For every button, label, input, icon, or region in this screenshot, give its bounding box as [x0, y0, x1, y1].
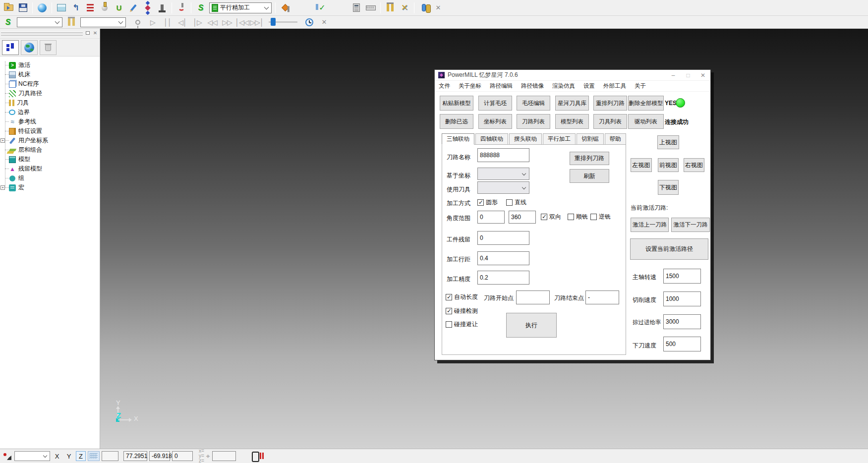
- axis-y-button[interactable]: Y: [64, 451, 74, 461]
- mode-line-checkbox[interactable]: 直线: [506, 198, 526, 207]
- angle-from-input[interactable]: [477, 211, 505, 224]
- rearrange-toolpaths-button[interactable]: 重排列刀路: [593, 96, 627, 111]
- axis-z-button[interactable]: Z: [76, 451, 86, 461]
- tool-combobox[interactable]: [477, 181, 529, 194]
- stock-input[interactable]: [477, 231, 529, 245]
- clock-icon[interactable]: [303, 16, 315, 28]
- close-panel-icon[interactable]: ✕: [92, 30, 98, 36]
- set-active-path-button[interactable]: 设置当前激活路径: [630, 238, 708, 260]
- sim-toolpath-combobox[interactable]: [17, 17, 62, 27]
- collision-check-icon[interactable]: [175, 2, 187, 14]
- checkbox-checked-icon[interactable]: [446, 308, 452, 314]
- cutting-input[interactable]: [663, 291, 701, 306]
- maximize-button[interactable]: □: [681, 70, 695, 80]
- go-end-icon[interactable]: ▷▷│: [251, 16, 263, 28]
- tool-holder-icon[interactable]: [156, 2, 168, 14]
- tolerance-input[interactable]: [477, 271, 529, 285]
- clipboard-pause-icon[interactable]: [252, 452, 265, 461]
- model-list-button[interactable]: 模型列表: [555, 114, 589, 129]
- menu-path-mirror[interactable]: 路径镜像: [521, 82, 544, 90]
- sim-tool-combobox[interactable]: [80, 17, 126, 27]
- tree-item-workplanes[interactable]: 用户坐标系: [0, 136, 100, 145]
- collision-avoid-checkbox[interactable]: 碰撞避让: [446, 320, 478, 329]
- globe-tab[interactable]: [21, 40, 38, 55]
- tab-parallel[interactable]: 平行加工: [543, 133, 576, 144]
- cut-icon[interactable]: [399, 2, 410, 14]
- end-point-input[interactable]: [585, 290, 619, 304]
- speed-slider[interactable]: [269, 21, 297, 23]
- tab-4axis[interactable]: 四轴联动: [475, 133, 508, 144]
- dialog-titlebar[interactable]: PowerMILL 忆梦星河 7.0.6 – □ ✕: [435, 70, 710, 81]
- menu-settings[interactable]: 设置: [583, 82, 595, 90]
- leads-links-icon[interactable]: [113, 2, 125, 14]
- create-points-icon[interactable]: [142, 2, 154, 14]
- activate-tool-icon[interactable]: [279, 2, 291, 14]
- tool-list-button[interactable]: 刀具列表: [593, 114, 627, 129]
- checkbox-icon[interactable]: [590, 214, 597, 220]
- activate-next-button[interactable]: 激活下一刀路: [671, 218, 710, 232]
- create-pattern-icon[interactable]: [127, 2, 139, 14]
- tool-library-button[interactable]: 星河刀具库: [555, 96, 589, 111]
- create-block-icon[interactable]: [56, 2, 67, 14]
- nc-cylinders-icon[interactable]: [418, 2, 430, 14]
- menu-coords[interactable]: 关于坐标: [459, 82, 481, 90]
- statistics-light-icon[interactable]: [132, 16, 144, 28]
- tree-item-toolpaths[interactable]: 刀具路径: [0, 89, 100, 98]
- calculator-icon[interactable]: [350, 2, 362, 14]
- panel-grip[interactable]: [1, 32, 83, 33]
- tree-item-boundaries[interactable]: 边界: [0, 108, 100, 117]
- expand-icon[interactable]: [0, 185, 5, 190]
- grid-toggle-icon[interactable]: [88, 451, 100, 461]
- fast-forward-icon[interactable]: ▷▷: [221, 16, 233, 28]
- mode-circle-checkbox[interactable]: 圆形: [477, 198, 498, 207]
- drive-list-button[interactable]: 驱动列表: [628, 114, 664, 129]
- go-start-icon[interactable]: │◁◁: [236, 16, 248, 28]
- rapid-input[interactable]: [663, 314, 701, 329]
- menu-path-edit[interactable]: 路径编辑: [490, 82, 513, 90]
- activate-prev-button[interactable]: 激活上一刀路: [631, 218, 669, 232]
- tree-item-macros[interactable]: 宏: [0, 183, 100, 192]
- bidirectional-checkbox[interactable]: 双向: [541, 213, 561, 221]
- checkbox-checked-icon[interactable]: [446, 294, 452, 300]
- menu-about[interactable]: 关于: [635, 82, 646, 90]
- toolpath-list-button[interactable]: 刀路列表: [517, 114, 550, 129]
- feeds-speeds-icon[interactable]: [84, 2, 96, 14]
- menu-render-sim[interactable]: 渲染仿真: [552, 82, 575, 90]
- delete-all-models-button[interactable]: 删除全部模型: [628, 96, 664, 111]
- slider-handle[interactable]: [271, 18, 276, 26]
- tab-head[interactable]: 摆头联动: [509, 133, 542, 144]
- expand-icon[interactable]: [0, 138, 5, 143]
- menu-external-tools[interactable]: 外部工具: [603, 82, 626, 90]
- coord-combobox[interactable]: [477, 168, 529, 180]
- axis-x-button[interactable]: X: [52, 451, 62, 461]
- calc-block-button[interactable]: 计算毛坯: [478, 96, 512, 111]
- auto-length-checkbox[interactable]: 自动长度: [446, 293, 478, 301]
- toolpath-name-input[interactable]: [477, 148, 529, 162]
- checkbox-icon[interactable]: [446, 321, 452, 328]
- open-file-icon[interactable]: [2, 2, 14, 14]
- tree-item-models[interactable]: 模型: [0, 155, 100, 164]
- climb-checkbox[interactable]: 顺铣: [568, 213, 588, 221]
- save-icon[interactable]: [17, 2, 29, 14]
- checkbox-icon[interactable]: [568, 214, 574, 220]
- tree-item-tools[interactable]: 刀具: [0, 98, 100, 108]
- checkbox-icon[interactable]: [506, 199, 513, 206]
- trash-tab[interactable]: [40, 40, 57, 55]
- view-top-button[interactable]: 上视图: [657, 135, 679, 149]
- tool-pair-icon[interactable]: [384, 2, 396, 14]
- status-combobox[interactable]: [14, 451, 50, 461]
- verify-check-icon[interactable]: [316, 2, 328, 14]
- tree-item-groups[interactable]: 组: [0, 174, 100, 183]
- tree-item-levels[interactable]: 层和组合: [0, 145, 100, 155]
- close-sim-toolbar-icon[interactable]: [318, 16, 330, 28]
- checkbox-checked-icon[interactable]: [541, 214, 547, 220]
- rearrange-button[interactable]: 重排列刀路: [570, 152, 609, 165]
- view-bottom-button[interactable]: 下视图: [658, 180, 679, 195]
- measure-ruler-icon[interactable]: [365, 2, 377, 14]
- tab-help[interactable]: 帮助: [605, 133, 626, 144]
- active-toolpath-combobox[interactable]: 平行精加工: [209, 2, 272, 13]
- stepover-input[interactable]: [477, 251, 529, 265]
- angle-to-input[interactable]: [509, 211, 536, 224]
- menu-file[interactable]: 文件: [439, 82, 450, 90]
- float-panel-icon[interactable]: [85, 30, 91, 36]
